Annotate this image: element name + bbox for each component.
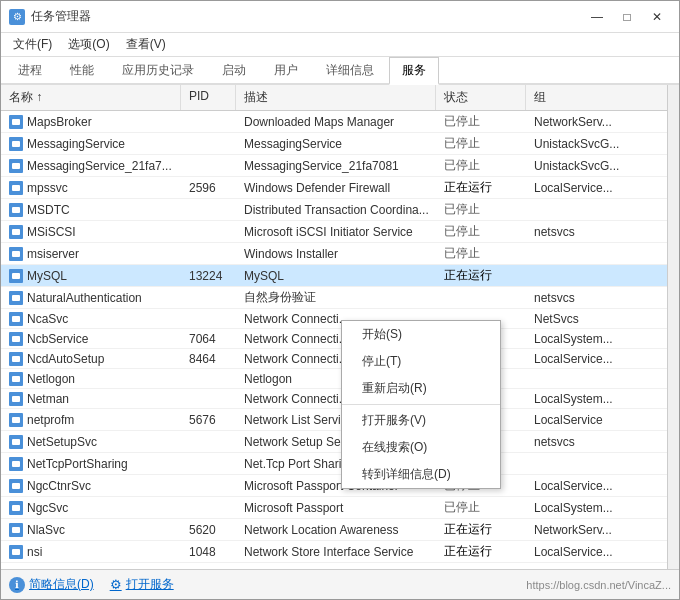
cell-pid [181,475,236,496]
service-name: NcaSvc [27,312,68,326]
service-icon [9,435,23,449]
service-name: MapsBroker [27,115,92,129]
cell-group [526,243,646,264]
table-row[interactable]: NetSetupSvc Network Setup Service 已停止 ne… [1,431,679,453]
context-menu-item[interactable]: 打开服务(V) [342,407,500,434]
cell-desc: MySQL [236,265,436,286]
cell-pid [181,199,236,220]
table-row[interactable]: NlaSvc 5620 Network Location Awareness 正… [1,519,679,541]
cell-status: 正在运行 [436,519,526,540]
cell-name: MessagingService_21fa7... [1,155,181,176]
minimize-button[interactable]: — [583,6,611,28]
tab-details[interactable]: 详细信息 [313,57,387,83]
table-row[interactable]: NcdAutoSetup 8464 Network Connecti... Lo… [1,349,679,369]
tab-bar: 进程 性能 应用历史记录 启动 用户 详细信息 服务 [1,57,679,85]
cell-desc: Microsoft Passport [236,497,436,518]
cell-desc: Windows Installer [236,243,436,264]
menu-bar: 文件(F) 选项(O) 查看(V) [1,33,679,57]
cell-name: NetTcpPortSharing [1,453,181,474]
svg-rect-18 [12,505,20,511]
context-menu-item[interactable]: 转到详细信息(D) [342,461,500,488]
service-icon [9,225,23,239]
summary-link[interactable]: ℹ 简略信息(D) [9,576,94,593]
table-row[interactable]: MySQL 13224 MySQL 正在运行 [1,265,679,287]
col-desc[interactable]: 描述 [236,85,436,110]
window-controls: — □ ✕ [583,6,671,28]
svg-rect-16 [12,461,20,467]
table-row[interactable]: NetTcpPortSharing Net.Tcp Port Sharing S… [1,453,679,475]
table-row[interactable]: NcbService 7064 Network Connecti... Loca… [1,329,679,349]
open-services-link[interactable]: ⚙ 打开服务 [110,576,174,593]
tab-process[interactable]: 进程 [5,57,55,83]
service-name: NlaSvc [27,523,65,537]
service-name: nsi [27,545,42,559]
tab-services[interactable]: 服务 [389,57,439,85]
table-row[interactable]: MessagingService_21fa7... MessagingServi… [1,155,679,177]
scrollbar[interactable] [667,85,679,569]
cell-desc: 自然身份验证 [236,287,436,308]
menu-options[interactable]: 选项(O) [60,34,117,55]
cell-name: NaturalAuthentication [1,287,181,308]
table-row[interactable]: MSiSCSI Microsoft iSCSI Initiator Servic… [1,221,679,243]
close-button[interactable]: ✕ [643,6,671,28]
table-row[interactable]: NcaSvc Network Connecti... NetSvcs [1,309,679,329]
maximize-button[interactable]: □ [613,6,641,28]
tab-performance[interactable]: 性能 [57,57,107,83]
service-name: NcdAutoSetup [27,352,104,366]
context-menu-item[interactable]: 开始(S) [342,321,500,348]
tab-startup[interactable]: 启动 [209,57,259,83]
svg-rect-3 [12,185,20,191]
table-row[interactable]: nsi 1048 Network Store Interface Service… [1,541,679,563]
table-row[interactable]: NgcCtnrSvc Microsoft Passport Container … [1,475,679,497]
cell-pid [181,111,236,132]
cell-name: msiserver [1,243,181,264]
cell-name: mpssvc [1,177,181,198]
context-menu-item[interactable]: 停止(T) [342,348,500,375]
col-status[interactable]: 状态 [436,85,526,110]
cell-group [526,199,646,220]
menu-view[interactable]: 查看(V) [118,34,174,55]
col-name[interactable]: 名称 ↑ [1,85,181,110]
context-menu-item[interactable]: 重新启动(R) [342,375,500,402]
table-row[interactable]: netprofm 5676 Network List Service 正在运行 … [1,409,679,431]
table-row[interactable]: MSDTC Distributed Transaction Coordina..… [1,199,679,221]
svg-rect-8 [12,295,20,301]
cell-pid [181,309,236,328]
table-row[interactable]: Netlogon Netlogon [1,369,679,389]
service-icon [9,545,23,559]
cell-name: NcbService [1,329,181,348]
tab-app-history[interactable]: 应用历史记录 [109,57,207,83]
cell-group [526,265,646,286]
table-row[interactable]: MessagingService MessagingService 已停止 Un… [1,133,679,155]
table-row[interactable]: MapsBroker Downloaded Maps Manager 已停止 N… [1,111,679,133]
svg-rect-19 [12,527,20,533]
table-row[interactable]: NgcSvc Microsoft Passport 已停止 LocalSyste… [1,497,679,519]
cell-status: 正在运行 [436,541,526,562]
cell-name: MessagingService [1,133,181,154]
cell-desc: Downloaded Maps Manager [236,111,436,132]
gear-icon: ⚙ [110,577,122,592]
service-name: msiserver [27,247,79,261]
table-row[interactable]: Netman Network Connecti... LocalSystem..… [1,389,679,409]
table-body[interactable]: MapsBroker Downloaded Maps Manager 已停止 N… [1,111,679,569]
col-pid[interactable]: PID [181,85,236,110]
table-header: 名称 ↑ PID 描述 状态 组 [1,85,679,111]
menu-file[interactable]: 文件(F) [5,34,60,55]
cell-desc: MessagingService_21fa7081 [236,155,436,176]
cell-pid: 5676 [181,409,236,430]
table-row[interactable]: msiserver Windows Installer 已停止 [1,243,679,265]
context-menu-item[interactable]: 在线搜索(O) [342,434,500,461]
svg-rect-9 [12,316,20,322]
service-name: Netlogon [27,372,75,386]
cell-pid: 8464 [181,349,236,368]
svg-rect-20 [12,549,20,555]
cell-group: NetSvcs [526,309,646,328]
col-group[interactable]: 组 [526,85,646,110]
status-left: ℹ 简略信息(D) ⚙ 打开服务 [9,576,174,593]
service-name: MessagingService_21fa7... [27,159,172,173]
tab-users[interactable]: 用户 [261,57,311,83]
cell-desc: Windows Defender Firewall [236,177,436,198]
table-row[interactable]: mpssvc 2596 Windows Defender Firewall 正在… [1,177,679,199]
table-row[interactable]: NaturalAuthentication 自然身份验证 netsvcs [1,287,679,309]
service-icon [9,457,23,471]
